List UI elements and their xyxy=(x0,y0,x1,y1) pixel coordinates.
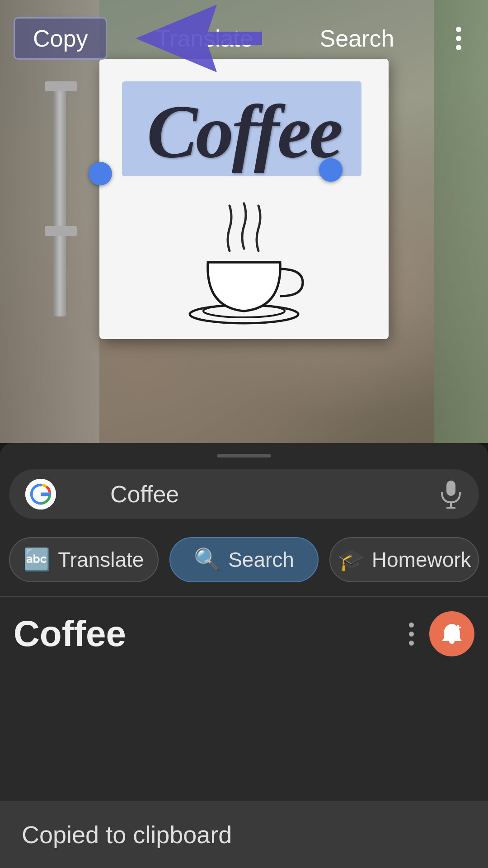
result-actions xyxy=(404,611,474,656)
drag-handle[interactable] xyxy=(0,443,488,465)
alert-add-button[interactable] xyxy=(429,611,474,656)
search-query-text: Coffee xyxy=(110,481,428,508)
search-label: Search xyxy=(228,547,294,572)
arrow-left-annotation xyxy=(136,5,262,72)
camera-view: Coffee Copy xyxy=(0,0,488,443)
dot3 xyxy=(456,45,461,50)
coffee-cup-svg xyxy=(176,199,312,326)
selection-handle-right[interactable] xyxy=(319,158,343,182)
search-button-top[interactable]: Search xyxy=(302,19,413,58)
drag-bar xyxy=(217,454,271,458)
more-dot1 xyxy=(409,623,414,627)
microphone-button[interactable] xyxy=(439,482,463,506)
copy-button[interactable]: Copy xyxy=(14,17,107,60)
microphone-icon xyxy=(439,479,463,509)
toast-notification: Copied to clipboard xyxy=(0,801,488,868)
homework-action-button[interactable]: 🎓 Homework xyxy=(329,537,479,582)
search-action-button[interactable]: 🔍 Search xyxy=(169,537,319,582)
translate-icon: 🔤 xyxy=(23,547,51,572)
search-icon: 🔍 xyxy=(194,547,221,572)
bell-plus-icon xyxy=(439,621,465,646)
homework-icon: 🎓 xyxy=(338,547,365,572)
dot1 xyxy=(456,27,461,32)
google-search-bar[interactable]: G Coffee xyxy=(9,469,479,519)
more-dot2 xyxy=(409,632,414,637)
selection-handle-left[interactable] xyxy=(89,162,112,185)
dot2 xyxy=(456,36,461,41)
more-options-button[interactable] xyxy=(443,23,474,54)
translate-action-button[interactable]: 🔤 Translate xyxy=(9,537,159,582)
result-title: Coffee xyxy=(14,613,126,655)
google-g-icon xyxy=(25,479,56,509)
bracket-mid xyxy=(45,226,77,236)
result-section: Coffee xyxy=(0,597,488,665)
svg-marker-3 xyxy=(136,5,262,72)
coffee-cup-illustration xyxy=(158,190,330,335)
top-toolbar: Copy Translate Search xyxy=(0,0,488,77)
bracket-top xyxy=(45,81,77,91)
svg-rect-10 xyxy=(41,493,50,496)
translate-label: Translate xyxy=(58,547,144,572)
more-dot3 xyxy=(409,641,414,646)
toast-text: Copied to clipboard xyxy=(22,821,232,849)
result-more-button[interactable] xyxy=(404,618,418,650)
svg-rect-11 xyxy=(446,481,455,496)
action-buttons-row: 🔤 Translate 🔍 Search 🎓 Homework xyxy=(0,524,488,596)
sign-bracket xyxy=(53,90,66,316)
coffee-sign-board: Coffee xyxy=(99,59,389,339)
homework-label: Homework xyxy=(372,547,471,572)
